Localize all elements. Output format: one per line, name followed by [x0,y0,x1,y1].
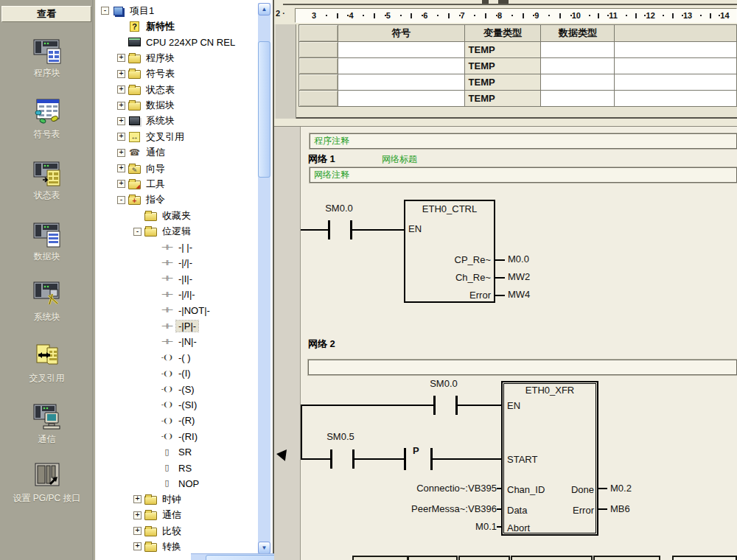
tree-expand-toggle[interactable]: + [117,164,125,172]
tree-expand-toggle[interactable]: + [117,102,125,110]
column-header-data-type[interactable]: 数据类型 [541,25,615,42]
input-operand[interactable]: PeerMessa~:VB396 [385,503,497,514]
tree-expand-toggle[interactable]: + [117,180,125,188]
tree-item-label[interactable]: -|/|- [176,257,195,268]
row-header-cell[interactable] [299,25,338,42]
tree-item[interactable]: + 通信 [97,508,259,523]
tree-item[interactable]: + 时钟 [97,491,259,507]
var-type-cell[interactable]: TEMP [464,42,541,58]
tree-expand-toggle[interactable]: - [117,196,125,204]
tree-item[interactable]: + 程序块 [97,50,259,66]
sidebar-item-data-block[interactable]: 数据块 [0,219,94,272]
tree-vertical-scrollbar[interactable]: ▲ ▼ [258,3,270,554]
output-operand[interactable]: MW4 [508,289,530,300]
tree-item-label[interactable]: -|NOT|- [176,305,212,316]
tree-expand-toggle[interactable]: + [117,117,125,125]
output-operand[interactable]: MW2 [508,271,530,282]
tree-item[interactable]: - 项目1 [97,3,259,18]
tree-item-label[interactable]: NOP [176,478,201,489]
tree-item-label[interactable]: CPU 224XP CN REL [144,37,237,48]
tree-expand-toggle[interactable]: + [133,511,142,519]
tree-expand-toggle[interactable]: + [133,542,142,550]
comment-cell[interactable] [615,74,737,91]
tree-item[interactable]: + 交叉引用 [97,129,259,144]
tree-item-label[interactable]: 时钟 [160,493,184,506]
data-type-cell[interactable] [541,58,615,74]
tree-item-label[interactable]: 通信 [144,146,167,159]
var-type-cell[interactable]: TEMP [464,74,541,91]
contact-bar[interactable] [328,220,330,239]
sidebar-item-set-pg-pc-interface[interactable]: 设置 PG/PC 接口 [0,461,94,514]
column-header-symbol[interactable]: 符号 [338,25,464,42]
tree-item-label[interactable]: 状态表 [144,83,177,97]
tree-item[interactable]: -(SI) [97,397,259,413]
tree-item-label[interactable]: RS [176,463,194,474]
tree-expand-toggle[interactable]: + [117,54,125,62]
tree-expand-toggle[interactable]: + [117,70,125,78]
tree-item[interactable]: -|/|- [97,255,259,270]
tree-item-label[interactable]: -(S) [176,384,197,395]
tree-item[interactable]: CPU 224XP CN REL [97,35,259,50]
tree-item-label[interactable]: -(SI) [176,399,199,410]
tree-item[interactable]: - 位逻辑 [97,223,259,239]
row-header-cell[interactable] [299,91,338,107]
row-header-cell[interactable] [299,74,338,91]
output-operand[interactable]: M0.0 [508,253,529,265]
network1-comment-box[interactable]: 网络注释 [310,167,737,183]
edge-contact-bar[interactable] [404,448,406,470]
comment-cell[interactable] [615,58,737,74]
tree-item[interactable]: + 数据块 [97,97,259,113]
tree-item[interactable]: SR [97,444,259,460]
input-operand[interactable]: Connectio~:VB395 [385,483,497,494]
tree-item[interactable]: RS [97,460,259,475]
tree-item-label[interactable]: 系统块 [144,114,177,127]
var-type-cell[interactable]: TEMP [464,91,541,107]
tree-item[interactable]: -(RI) [97,429,259,444]
program-comment-box[interactable]: 程序注释 [310,133,737,149]
tree-item-label[interactable]: -(RI) [176,431,200,442]
tree-item-label[interactable]: -| |- [176,242,195,253]
tree-item-label[interactable]: -(I) [176,368,193,379]
tree-item[interactable]: -|P|- [97,318,259,334]
contact-bar[interactable] [330,449,332,469]
tree-item[interactable]: + 转换 [97,539,259,554]
column-header-var-type[interactable]: 变量类型 [464,25,541,42]
symbol-cell[interactable] [338,42,464,58]
tree-expand-toggle[interactable]: - [133,228,142,236]
symbol-cell[interactable] [338,58,464,74]
network2-comment-box[interactable] [308,360,737,375]
var-type-cell[interactable]: TEMP [464,58,541,74]
tree-item-label[interactable]: 符号表 [144,67,177,80]
contact-operand[interactable]: SM0.0 [318,203,360,214]
scroll-up-button[interactable]: ▲ [258,3,270,15]
symbol-cell[interactable] [338,74,464,91]
tree-item-label[interactable]: -|N|- [176,336,199,347]
tree-item[interactable]: + 比较 [97,523,259,539]
tree-item-label[interactable]: -|/I|- [176,289,198,300]
sidebar-item-program-block[interactable]: 程序块 [0,35,94,88]
tree-item[interactable]: -(R) [97,413,259,428]
contact-operand[interactable]: SM0.5 [320,431,361,442]
tree-item[interactable]: -|I|- [97,271,259,287]
tree-expand-toggle[interactable]: - [101,7,109,15]
sidebar-item-communications[interactable]: 通信 [0,402,94,455]
tree-item[interactable]: - 指令 [97,192,259,208]
tree-item[interactable]: + 系统块 [97,113,259,129]
tree-item-label[interactable]: 指令 [144,193,167,206]
positive-edge-label[interactable]: P [413,445,419,456]
tree-item[interactable]: + 向导 [97,161,259,176]
tree-item-label[interactable]: 收藏夹 [160,209,193,223]
sidebar-item-status-chart[interactable]: 状态表 [0,158,94,211]
output-operand[interactable]: MB6 [610,503,630,514]
tree-item[interactable]: NOP [97,476,259,491]
scroll-down-button[interactable]: ▼ [258,542,270,554]
tree-item[interactable]: -( ) [97,350,259,365]
tree-item[interactable]: -|N|- [97,334,259,349]
contact-bar[interactable] [433,396,436,415]
network1-title[interactable]: 网络标题 [382,153,417,166]
tree-item-label[interactable]: 数据块 [144,99,177,112]
tree-item-label[interactable]: 工具 [144,178,167,191]
eth0-ctrl-block[interactable]: ETH0_CTRL EN CP_Re~ Ch_Re~ Error [404,200,495,303]
tree-item[interactable]: + 工具 [97,176,259,192]
tree-item[interactable]: -(I) [97,365,259,381]
